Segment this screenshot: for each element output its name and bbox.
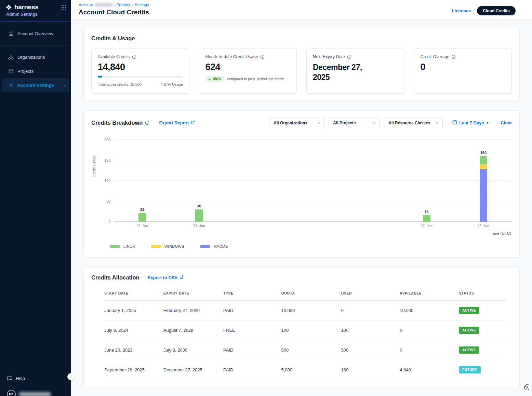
table-cell: 100	[281, 328, 341, 333]
info-icon[interactable]	[145, 121, 149, 125]
column-header: AVAILABLE	[400, 291, 459, 295]
sidebar-collapse-button[interactable]: ‹	[67, 373, 75, 380]
legend-swatch	[151, 245, 161, 248]
stat-label: Month-to-date Credit Usage	[205, 54, 258, 59]
nav-label: Projects	[17, 69, 34, 74]
x-tick-label: 22. Jan	[114, 224, 171, 228]
breadcrumb-product-link[interactable]: - Product	[114, 3, 130, 7]
date-range-filter[interactable]: Last 7 Days ▼	[452, 120, 489, 126]
stat-label: Available Credits	[98, 54, 130, 59]
sidebar-item-account-settings[interactable]: Account Settings ›	[2, 78, 69, 92]
sidebar-footer: Help NB	[0, 375, 71, 396]
breadcrumb-settings-link[interactable]: Settings	[135, 3, 149, 7]
info-icon[interactable]	[132, 55, 136, 59]
table-cell: September 28, 2025	[104, 367, 163, 372]
info-icon[interactable]	[260, 55, 265, 59]
x-tick-label	[341, 224, 398, 228]
legend-item-windows[interactable]: WINDOWS	[151, 244, 184, 248]
mtd-usage-card: Month-to-date Credit Usage 624 ▲186% com…	[199, 49, 297, 94]
breadcrumb-account-link[interactable]: Account	[79, 3, 93, 7]
user-profile[interactable]: NB	[7, 390, 71, 396]
sidebar-item-organizations[interactable]: Organizations	[2, 50, 69, 64]
clear-filters-link[interactable]: Clear	[501, 120, 512, 125]
chart-bar-group: 16	[398, 140, 455, 222]
app-switcher-icon[interactable]	[61, 5, 66, 10]
bar-value-label: 30	[197, 204, 201, 208]
delta-badge: ▲186%	[205, 76, 225, 82]
nav-label: Account Overview	[17, 31, 53, 36]
chart-plot-area: 223016160	[114, 140, 512, 222]
chevron-down-icon	[373, 121, 376, 125]
sidebar-item-account-overview[interactable]: Account Overview	[2, 27, 69, 40]
info-icon[interactable]	[451, 55, 456, 59]
chevron-down-icon	[436, 121, 439, 125]
help-label: Help	[16, 376, 25, 381]
projects-filter-select[interactable]: All Projects	[329, 118, 380, 128]
chart-bar-group: 30	[171, 140, 227, 222]
page-header: Account - Product › Settings Account Clo…	[71, 0, 532, 20]
nav-divider	[0, 45, 71, 45]
table-cell: 5,000	[281, 367, 341, 372]
chart-bar-group	[341, 140, 398, 222]
bar-segment-linux	[138, 213, 146, 222]
legend-swatch	[110, 245, 120, 248]
handwritten-mark: 6.	[522, 383, 530, 392]
credits-breakdown-section: Credits Breakdown Export Report All Orga…	[83, 110, 520, 258]
table-cell: 0	[341, 308, 400, 313]
delta-note: compared to prev. period last month	[227, 77, 284, 81]
table-cell: August 7, 2028	[163, 328, 223, 333]
export-csv-link[interactable]: Export to CSV	[148, 275, 184, 280]
table-cell: 160	[341, 367, 400, 372]
table-cell: 500	[281, 347, 341, 353]
status-badge: ACTIVE	[459, 307, 479, 314]
bar-value-label: 22	[140, 207, 144, 211]
licenses-link[interactable]: Licenses	[452, 8, 471, 13]
brand-name: harness	[14, 3, 59, 11]
page-title: Account Cloud Credits	[79, 9, 149, 16]
home-icon	[8, 31, 14, 36]
column-header: USED	[341, 291, 400, 295]
column-header: EXPIRY DATE	[163, 291, 223, 295]
credit-overage-card: Credit Overage 0	[414, 49, 512, 94]
credit-overage-value: 0	[421, 62, 506, 72]
legend-item-macos[interactable]: MACOS	[200, 244, 228, 248]
bar-value-label: 16	[424, 210, 428, 214]
chart-bar-group	[228, 140, 284, 222]
bar-segment-macos	[480, 169, 487, 222]
table-cell: 4,840	[400, 367, 459, 372]
available-credits-card: Available Credits 14,840 Total active cr…	[91, 49, 189, 94]
main-content: Account - Product › Settings Account Clo…	[71, 0, 532, 396]
stat-label: Next Expiry Date	[313, 54, 345, 59]
x-tick-label: 28. Jan	[455, 224, 512, 228]
sidebar-header: ❖ harness Admin Settings	[0, 0, 71, 22]
sidebar-item-projects[interactable]: Projects	[2, 64, 69, 78]
legend-label: WINDOWS	[164, 244, 184, 248]
x-tick-label	[228, 224, 284, 228]
table-cell: February 27, 2026	[163, 308, 223, 313]
cloud-credits-button[interactable]: Cloud Credits	[477, 6, 516, 15]
table-cell: 10,000	[400, 308, 459, 313]
nav-label: Account Settings	[17, 83, 54, 88]
caret-down-icon: ▼	[486, 121, 489, 125]
table-cell: 10,000	[281, 308, 341, 313]
credits-allocation-section: Credits Allocation Export to CSV START D…	[83, 267, 520, 387]
table-cell: FREE	[223, 328, 281, 333]
gear-icon	[8, 82, 14, 88]
external-link-icon	[179, 275, 184, 280]
x-tick-label	[284, 224, 341, 228]
export-report-link[interactable]: Export Report	[159, 120, 195, 125]
resource-classes-filter-select[interactable]: All Resource Classes	[384, 118, 443, 128]
usage-progress-bar	[98, 76, 183, 78]
legend-item-linux[interactable]: LINUX	[110, 244, 135, 248]
organizations-filter-select[interactable]: All Organizations	[269, 118, 324, 128]
sidebar-subtitle: Admin Settings	[6, 12, 66, 17]
credits-breakdown-title: Credits Breakdown	[91, 120, 143, 126]
credits-usage-section: Credits & Usage Available Credits 14,840…	[83, 28, 520, 101]
table-cell: PAID	[223, 308, 281, 313]
nav-label: Organizations	[17, 55, 45, 60]
help-button[interactable]: Help	[7, 375, 71, 381]
avatar[interactable]: NB	[7, 390, 16, 396]
info-icon[interactable]	[347, 55, 351, 59]
bar-segment-linux	[195, 209, 203, 222]
bar-segment-windows	[480, 164, 487, 169]
